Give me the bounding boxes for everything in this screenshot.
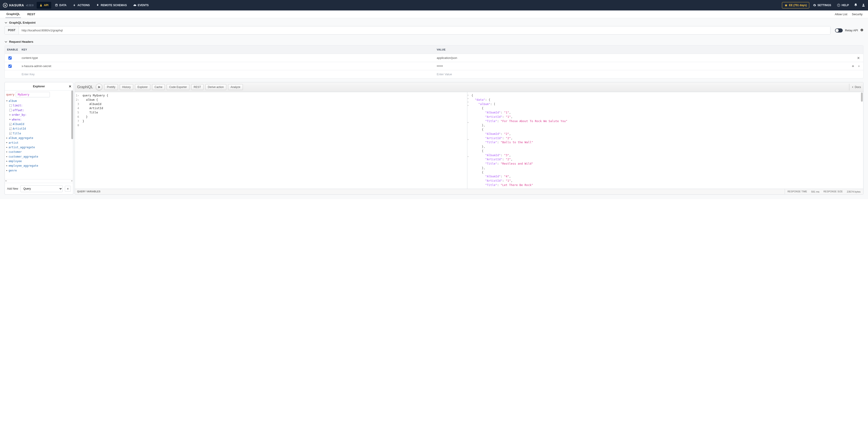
explorer-body[interactable]: query ▾album limit: offset: ▸order_by: ▸…: [5, 91, 73, 179]
header-value-input-new[interactable]: [437, 72, 847, 76]
tree-field-checkbox[interactable]: [9, 132, 12, 135]
nav-settings[interactable]: SETTINGS: [812, 2, 832, 8]
explorer-close-button[interactable]: ×: [69, 84, 71, 89]
history-button[interactable]: History: [120, 84, 133, 90]
tree-sibling[interactable]: customer: [9, 149, 22, 154]
tree-root-album[interactable]: album: [9, 99, 17, 103]
tree-field-checkbox[interactable]: [9, 123, 12, 126]
tree-sibling[interactable]: artist: [9, 140, 19, 145]
headers-head-row: ENABLE KEY VALUE: [5, 45, 863, 54]
tree-arg-where[interactable]: where:: [12, 117, 22, 122]
operation-type-select[interactable]: Query: [21, 185, 63, 192]
resp-time-value: 591 ms: [811, 190, 819, 193]
header-enable-checkbox[interactable]: [8, 57, 11, 60]
prettify-button[interactable]: Prettify: [104, 84, 118, 90]
section-headers-toggle[interactable]: Request Headers: [0, 37, 868, 45]
headers-row: [5, 54, 863, 62]
flask-icon: [39, 4, 42, 7]
nav-help-label: HELP: [842, 4, 849, 7]
logo[interactable]: HASURA v2.32.0: [3, 3, 33, 8]
header-value-input[interactable]: [437, 56, 847, 60]
query-editor[interactable]: 1▾2▾345678 query MyQuery { album { Album…: [75, 92, 467, 189]
play-icon: [98, 86, 101, 89]
top-nav: HASURA v2.32.0 API DATA ACTIONS REMOTE S…: [0, 0, 868, 10]
link-security[interactable]: Security: [852, 12, 863, 16]
header-enable-checkbox[interactable]: [8, 65, 11, 68]
tree-sibling[interactable]: employee: [9, 159, 22, 164]
query-code[interactable]: query MyQuery { album { AlbumId ArtistId…: [81, 92, 110, 189]
explorer-button[interactable]: Explorer: [135, 84, 150, 90]
cache-button[interactable]: Cache: [152, 84, 165, 90]
database-icon: [55, 4, 58, 7]
tree-field-checkbox[interactable]: [9, 128, 12, 130]
explorer-footer: Add New Query +: [5, 183, 73, 194]
rest-button[interactable]: REST: [191, 84, 204, 90]
tab-graphiql[interactable]: GraphiQL: [5, 10, 21, 18]
docs-label: Docs: [855, 86, 861, 89]
header-value-input[interactable]: [437, 64, 847, 68]
graphiql-toolbar: GraphiQL Prettify History Explorer Cache…: [75, 82, 863, 92]
tree-field-artistid[interactable]: ArtistId: [13, 127, 26, 131]
col-value: VALUE: [435, 46, 850, 53]
close-icon[interactable]: [857, 57, 860, 60]
result-json: { "data": { "album": [ { "AlbumId": "1",…: [471, 94, 861, 188]
tree-arg-checkbox[interactable]: [9, 104, 12, 107]
nav-actions[interactable]: ACTIONS: [70, 2, 92, 9]
graphiql-panes: 1▾2▾345678 query MyQuery { album { Album…: [75, 92, 863, 189]
close-icon[interactable]: [858, 65, 860, 68]
tree-arg-orderby[interactable]: order_by:: [12, 112, 27, 117]
sub-nav: GraphiQL REST Allow List Security: [0, 10, 868, 18]
nav-remote-schemas[interactable]: REMOTE SCHEMAS: [93, 2, 129, 9]
link-allow-list[interactable]: Allow List: [835, 12, 847, 16]
query-name-input[interactable]: [16, 92, 50, 97]
eye-icon[interactable]: [852, 65, 854, 68]
tree-sibling[interactable]: employee_aggregate: [9, 164, 38, 168]
relay-info-icon[interactable]: [860, 28, 863, 32]
line-gutter: 1▾2▾345678: [75, 92, 81, 189]
notifications-button[interactable]: [854, 3, 858, 7]
derive-action-button[interactable]: Derive action: [205, 84, 226, 90]
relay-label: Relay API: [845, 29, 858, 32]
tree-arg-offset[interactable]: offset:: [13, 108, 24, 112]
relay-toggle[interactable]: [835, 28, 843, 33]
graphiql-main: GraphiQL Prettify History Explorer Cache…: [75, 82, 863, 195]
header-key-input[interactable]: [22, 64, 432, 68]
header-key-input[interactable]: [22, 56, 432, 60]
header-key-input-new[interactable]: [22, 72, 432, 76]
docs-button[interactable]: Docs: [849, 84, 863, 91]
brand-version: v2.32.0: [26, 4, 33, 7]
add-operation-button[interactable]: +: [65, 186, 71, 192]
tree-field-albumid[interactable]: AlbumId: [13, 122, 24, 127]
section-endpoint-toggle[interactable]: GraphQL Endpoint: [0, 18, 868, 26]
account-button[interactable]: [862, 3, 865, 7]
nav-data[interactable]: DATA: [52, 2, 69, 9]
ee-badge[interactable]: EE (751 days): [782, 2, 809, 8]
endpoint-input[interactable]: [19, 26, 830, 34]
tree-field-title[interactable]: Title: [13, 131, 21, 136]
headers-table: ENABLE KEY VALUE: [5, 45, 863, 78]
query-variables-toggle[interactable]: QUERY VARIABLES: [75, 189, 785, 194]
nav-events[interactable]: EVENTS: [130, 2, 151, 9]
tree-sibling[interactable]: genre: [9, 168, 17, 173]
nav-items: API DATA ACTIONS REMOTE SCHEMAS EVENTS: [37, 2, 151, 9]
analyze-button[interactable]: Analyze: [228, 84, 243, 90]
tree-arg-checkbox[interactable]: [9, 109, 12, 111]
tree-sibling[interactable]: customer_aggregate: [9, 155, 38, 159]
star-icon: [784, 4, 788, 7]
nav-api[interactable]: API: [37, 2, 51, 9]
result-pane[interactable]: ▾▾▾▾ ▾ ▾ ▾ { "data": { "album": [ { "Alb…: [467, 92, 863, 189]
tree-arg-limit[interactable]: limit:: [13, 103, 23, 108]
add-new-label: Add New: [7, 187, 18, 190]
tab-rest[interactable]: REST: [26, 11, 36, 18]
svg-rect-6: [862, 30, 862, 31]
code-exporter-button[interactable]: Code Exporter: [167, 84, 189, 90]
tree-sibling[interactable]: artist_aggregate: [9, 145, 35, 149]
run-button[interactable]: [96, 84, 102, 91]
explorer-hscroll[interactable]: [5, 179, 73, 183]
chevron-down-icon: [5, 21, 7, 24]
resp-size-value: 23574 bytes: [847, 190, 861, 193]
explorer-title: Explorer: [33, 84, 45, 88]
nav-help[interactable]: HELP: [836, 2, 850, 8]
graphiql-container: Explorer × query ▾album limit: offset: ▸…: [0, 82, 868, 199]
tree-sibling[interactable]: album_aggregate: [9, 136, 33, 140]
